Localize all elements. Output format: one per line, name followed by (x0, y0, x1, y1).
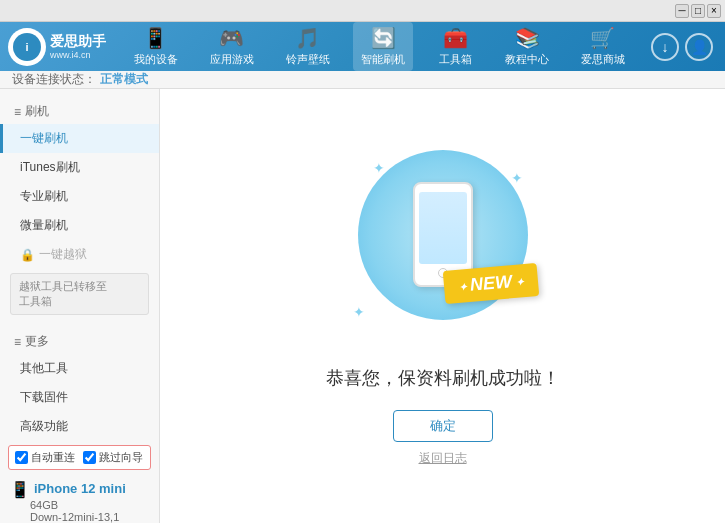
header-right: ↓ 👤 (651, 33, 717, 61)
logo-svg: i (16, 36, 38, 58)
smart-flash-icon: 🔄 (371, 26, 396, 50)
status-bar: 设备连接状态： 正常模式 (0, 71, 725, 89)
nav-app-game[interactable]: 🎮 应用游戏 (202, 22, 262, 71)
skip-wizard-label[interactable]: 跳过向导 (83, 450, 143, 465)
success-illustration: NEW ✦ ✦ ✦ (343, 150, 543, 350)
more-icon: ≡ (14, 335, 21, 349)
logo-circle: i (8, 28, 46, 66)
sidebar-disabled-jailbreak: 🔒 一键越狱 (0, 240, 159, 269)
nav-smart-flash-label: 智能刷机 (361, 52, 405, 67)
nav-ringtone[interactable]: 🎵 铃声壁纸 (278, 22, 338, 71)
nav-my-device[interactable]: 📱 我的设备 (126, 22, 186, 71)
one-key-flash-label: 一键刷机 (20, 131, 68, 145)
title-bar: ─ □ × (0, 0, 725, 22)
status-label: 设备连接状态： (12, 71, 96, 88)
auto-restart-text: 自动重连 (31, 450, 75, 465)
skip-wizard-checkbox[interactable] (83, 451, 96, 464)
lock-icon: 🔒 (20, 248, 35, 262)
nav-toolbox[interactable]: 🧰 工具箱 (429, 22, 481, 71)
nav-tutorial[interactable]: 📚 教程中心 (497, 22, 557, 71)
nav-store[interactable]: 🛒 爱思商城 (573, 22, 633, 71)
app-container: i 爱思助手 www.i4.cn 📱 我的设备 🎮 应用游戏 🎵 铃声壁纸 (0, 22, 725, 523)
sidebar-section2-label: 更多 (25, 333, 49, 350)
sidebar-section1-label: 刷机 (25, 103, 49, 120)
device-name: iPhone 12 mini (34, 481, 126, 496)
nav-items: 📱 我的设备 🎮 应用游戏 🎵 铃声壁纸 🔄 智能刷机 🧰 工具箱 📚 (108, 22, 651, 71)
restore-btn[interactable]: □ (691, 4, 705, 18)
confirm-button[interactable]: 确定 (393, 410, 493, 442)
nav-tutorial-label: 教程中心 (505, 52, 549, 67)
pro-flash-label: 专业刷机 (20, 189, 68, 203)
advanced-label: 高级功能 (20, 419, 68, 433)
ringtone-icon: 🎵 (295, 26, 320, 50)
sidebar: ≡ 刷机 一键刷机 iTunes刷机 专业刷机 微量刷机 🔒 一键越狱 越狱工具… (0, 89, 160, 523)
sparkle-1: ✦ (373, 160, 385, 176)
device-firmware: Down-12mini-13,1 (10, 511, 149, 523)
logo-name: 爱思助手 (50, 33, 106, 50)
tutorial-icon: 📚 (515, 26, 540, 50)
sidebar-item-other-tools[interactable]: 其他工具 (0, 354, 159, 383)
close-btn[interactable]: × (707, 4, 721, 18)
app-icon: 🎮 (219, 26, 244, 50)
sidebar-item-one-key-flash[interactable]: 一键刷机 (0, 124, 159, 153)
phone-screen (419, 192, 467, 264)
phone-icon: 📱 (10, 480, 30, 499)
device-icon: 📱 (143, 26, 168, 50)
sidebar-item-download-firmware[interactable]: 下载固件 (0, 383, 159, 412)
main-content: NEW ✦ ✦ ✦ 恭喜您，保资料刷机成功啦！ 确定 返回日志 (160, 89, 725, 523)
sidebar-item-itunes-flash[interactable]: iTunes刷机 (0, 153, 159, 182)
sidebar-section-more: ≡ 更多 (0, 327, 159, 354)
auto-restart-checkbox[interactable] (15, 451, 28, 464)
device-info-area: 📱 iPhone 12 mini 64GB Down-12mini-13,1 (0, 474, 159, 523)
logo-icon: i (13, 33, 41, 61)
content-area: ≡ 刷机 一键刷机 iTunes刷机 专业刷机 微量刷机 🔒 一键越狱 越狱工具… (0, 89, 725, 523)
sidebar-info-box: 越狱工具已转移至工具箱 (10, 273, 149, 315)
sparkle-3: ✦ (353, 304, 365, 320)
auto-restart-label[interactable]: 自动重连 (15, 450, 75, 465)
device-storage: 64GB (10, 499, 149, 511)
download-firmware-label: 下载固件 (20, 390, 68, 404)
logo-url: www.i4.cn (50, 50, 106, 61)
store-icon: 🛒 (590, 26, 615, 50)
nav-smart-flash[interactable]: 🔄 智能刷机 (353, 22, 413, 71)
account-btn[interactable]: 👤 (685, 33, 713, 61)
sparkle-2: ✦ (511, 170, 523, 186)
download-btn[interactable]: ↓ (651, 33, 679, 61)
nav-store-label: 爱思商城 (581, 52, 625, 67)
itunes-flash-label: iTunes刷机 (20, 160, 80, 174)
success-message: 恭喜您，保资料刷机成功啦！ (326, 366, 560, 390)
nav-my-device-label: 我的设备 (134, 52, 178, 67)
nav-toolbox-label: 工具箱 (439, 52, 472, 67)
checkbox-row: 自动重连 跳过向导 (8, 445, 151, 470)
back-link[interactable]: 返回日志 (419, 450, 467, 467)
status-value: 正常模式 (100, 71, 148, 88)
disabled-jailbreak-label: 一键越狱 (39, 246, 87, 263)
nav-ringtone-label: 铃声壁纸 (286, 52, 330, 67)
minimize-btn[interactable]: ─ (675, 4, 689, 18)
toolbox-icon: 🧰 (443, 26, 468, 50)
svg-text:i: i (25, 41, 28, 53)
sidebar-item-advanced[interactable]: 高级功能 (0, 412, 159, 441)
sidebar-item-pro-flash[interactable]: 专业刷机 (0, 182, 159, 211)
wipe-flash-label: 微量刷机 (20, 218, 68, 232)
info-text: 越狱工具已转移至工具箱 (19, 280, 107, 307)
other-tools-label: 其他工具 (20, 361, 68, 375)
logo-area: i 爱思助手 www.i4.cn (8, 28, 108, 66)
nav-app-label: 应用游戏 (210, 52, 254, 67)
skip-wizard-text: 跳过向导 (99, 450, 143, 465)
sidebar-item-wipe-flash[interactable]: 微量刷机 (0, 211, 159, 240)
sidebar-section-flash: ≡ 刷机 (0, 97, 159, 124)
logo-text: 爱思助手 www.i4.cn (50, 33, 106, 61)
flash-icon: ≡ (14, 105, 21, 119)
header: i 爱思助手 www.i4.cn 📱 我的设备 🎮 应用游戏 🎵 铃声壁纸 (0, 22, 725, 71)
